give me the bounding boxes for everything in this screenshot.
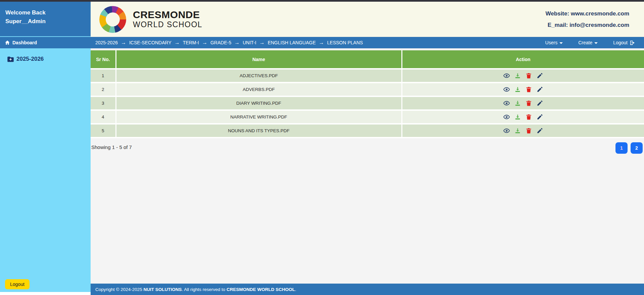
row-sr-no: 2 — [91, 83, 116, 96]
breadcrumb: 2025-2026→ICSE-SECONDARY→TERM-I→GRADE-5→… — [91, 37, 644, 48]
welcome-text: Welcome Back — [5, 8, 91, 17]
delete-trash-icon[interactable] — [526, 86, 532, 93]
breadcrumb-item[interactable]: ICSE-SECONDARY — [129, 40, 171, 45]
download-icon[interactable] — [514, 128, 521, 134]
logout-menu[interactable]: Logout — [613, 40, 635, 46]
breadcrumb-item[interactable]: LESSON PLANS — [327, 40, 363, 45]
row-file-name: NARRATIVE WRITING.PDF — [116, 110, 402, 124]
table-header-row: Sr No. Name Action — [91, 50, 644, 69]
sidebar-item-year-2025-2026[interactable]: 2025-2026 — [0, 48, 91, 62]
school-logo-wrap: CRESMONDE WORLD SCHOOL — [99, 6, 202, 33]
download-icon[interactable] — [514, 100, 521, 106]
dashboard-label: Dashboard — [12, 40, 37, 45]
breadcrumb-arrow-icon: → — [319, 40, 324, 46]
breadcrumb-row: Dashboard 2025-2026→ICSE-SECONDARY→TERM-… — [0, 37, 644, 48]
delete-trash-icon[interactable] — [526, 100, 532, 106]
row-file-name: DIARY WRITING.PDF — [116, 96, 402, 110]
footer: Copyright © 2024-2025 NUIT SOLUTIONS. Al… — [91, 284, 644, 295]
edit-pencil-icon[interactable] — [537, 114, 543, 120]
page-button[interactable]: 1 — [615, 142, 628, 154]
footer-school: CRESMONDE WORLD SCHOOL — [227, 287, 295, 292]
row-sr-no: 5 — [91, 124, 116, 138]
row-file-name: ADVERBS.PDF — [116, 83, 402, 96]
breadcrumb-arrow-icon: → — [259, 40, 265, 46]
school-subtitle: WORLD SCHOOL — [133, 20, 202, 29]
column-header-name: Name — [116, 50, 402, 69]
edit-pencil-icon[interactable] — [537, 128, 543, 134]
create-menu[interactable]: Create — [578, 40, 598, 45]
row-actions — [402, 72, 644, 79]
view-eye-icon[interactable] — [503, 100, 510, 106]
welcome-box: Welcome Back Super__Admin — [0, 2, 91, 37]
page-header: Welcome Back Super__Admin CRESMONDE WORL… — [0, 2, 644, 37]
row-actions — [402, 100, 644, 106]
lesson-plans-table-area: Sr No. Name Action 1 ADJECTIVES.PDF — [91, 48, 644, 138]
body-row: 2025-2026 Logout Sr No. Name Action 1 AD… — [0, 48, 644, 295]
logout-menu-label: Logout — [613, 40, 628, 45]
breadcrumb-arrow-icon: → — [175, 40, 180, 46]
download-icon[interactable] — [514, 72, 521, 79]
showing-summary: Showing 1 - 5 of 7 — [91, 142, 132, 150]
users-menu[interactable]: Users — [545, 40, 563, 45]
chevron-down-icon — [594, 42, 598, 44]
row-actions-cell — [402, 124, 644, 138]
row-sr-no: 3 — [91, 96, 116, 110]
breadcrumb-item[interactable]: UNIT-I — [243, 40, 256, 45]
folder-plus-icon — [7, 56, 14, 62]
view-eye-icon[interactable] — [503, 128, 510, 134]
breadcrumb-item[interactable]: TERM-I — [183, 40, 199, 45]
sidebar-background: 2025-2026 Logout — [0, 48, 91, 292]
row-sr-no: 4 — [91, 110, 116, 124]
column-header-sr-no: Sr No. — [91, 50, 116, 69]
delete-trash-icon[interactable] — [526, 72, 532, 79]
view-eye-icon[interactable] — [503, 86, 510, 93]
page-button[interactable]: 2 — [631, 142, 643, 154]
pagination-row: Showing 1 - 5 of 7 12 — [91, 138, 644, 154]
download-icon[interactable] — [514, 86, 521, 93]
header-main: CRESMONDE WORLD SCHOOL Website: www.cres… — [91, 2, 644, 37]
welcome-username: Super__Admin — [5, 17, 91, 26]
create-menu-label: Create — [578, 40, 592, 45]
row-actions-cell — [402, 110, 644, 124]
edit-pencil-icon[interactable] — [537, 72, 543, 79]
sidebar: 2025-2026 Logout — [0, 48, 91, 295]
row-sr-no: 1 — [91, 69, 116, 83]
table-row: 4 NARRATIVE WRITING.PDF — [91, 110, 644, 124]
breadcrumb-arrow-icon: → — [121, 40, 126, 46]
lesson-plans-table: Sr No. Name Action 1 ADJECTIVES.PDF — [91, 50, 644, 138]
view-eye-icon[interactable] — [503, 114, 510, 120]
chevron-down-icon — [559, 42, 563, 44]
row-actions — [402, 86, 644, 93]
sidebar-item-dashboard[interactable]: Dashboard — [0, 37, 91, 48]
breadcrumb-item[interactable]: ENGLISH LANGUAGE — [268, 40, 316, 45]
sidebar-logout-button[interactable]: Logout — [5, 279, 30, 289]
download-icon[interactable] — [514, 114, 521, 120]
delete-trash-icon[interactable] — [526, 114, 532, 120]
pagination-pages: 12 — [615, 142, 643, 154]
home-icon — [5, 40, 10, 45]
column-header-action: Action — [402, 50, 644, 69]
edit-pencil-icon[interactable] — [537, 100, 543, 106]
delete-trash-icon[interactable] — [526, 128, 532, 134]
breadcrumb-arrow-icon: → — [234, 40, 240, 46]
email-text: E_mail: info@cresmonde.com — [546, 19, 629, 31]
main-content: Sr No. Name Action 1 ADJECTIVES.PDF — [91, 48, 644, 295]
row-file-name: ADJECTIVES.PDF — [116, 69, 402, 83]
breadcrumb-arrow-icon: → — [202, 40, 207, 46]
website-text: Website: www.cresmonde.com — [546, 8, 629, 19]
users-menu-label: Users — [545, 40, 558, 45]
footer-company: NUIT SOLUTIONS — [144, 287, 182, 292]
row-file-name: NOUNS AND ITS TYPES.PDF — [116, 124, 402, 138]
row-actions-cell — [402, 83, 644, 96]
breadcrumb-item[interactable]: 2025-2026 — [95, 40, 118, 45]
table-row: 5 NOUNS AND ITS TYPES.PDF — [91, 124, 644, 138]
logout-exit-icon — [630, 40, 635, 46]
edit-pencil-icon[interactable] — [537, 86, 543, 93]
table-row: 2 ADVERBS.PDF — [91, 83, 644, 96]
row-actions — [402, 114, 644, 120]
breadcrumb-items: 2025-2026→ICSE-SECONDARY→TERM-I→GRADE-5→… — [95, 40, 363, 46]
view-eye-icon[interactable] — [503, 72, 510, 79]
table-row: 1 ADJECTIVES.PDF — [91, 69, 644, 83]
school-name: CRESMONDE — [133, 9, 202, 20]
breadcrumb-item[interactable]: GRADE-5 — [210, 40, 231, 45]
